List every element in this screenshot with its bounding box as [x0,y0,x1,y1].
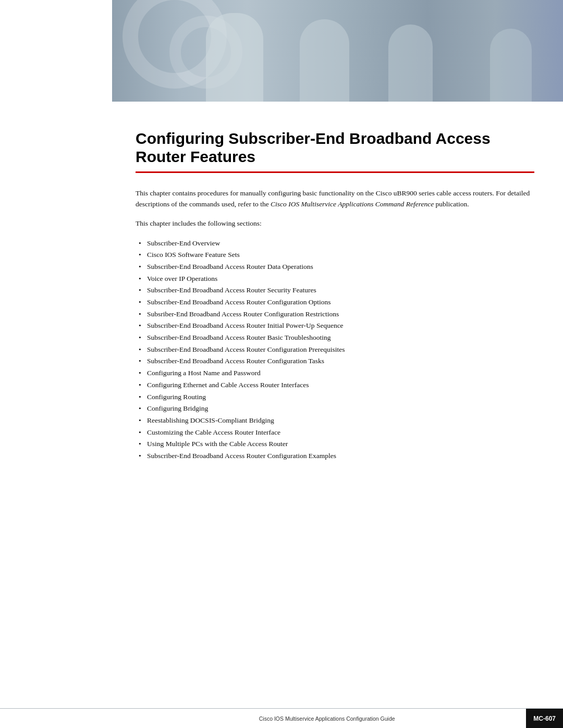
bullet-item: Subscriber-End Overview [136,238,534,250]
chapter-title-line2: Router Features [136,148,255,165]
bullet-item: Subscriber-End Broadband Access Router D… [136,261,534,273]
bullet-item: Subsriber-End Broadband Access Router Co… [136,309,534,320]
bullet-item: Configuring Bridging [136,403,534,415]
page: Configuring Subscriber-End Broadband Acc… [0,0,563,728]
sidebar [0,102,112,728]
bullet-item: Subscriber-End Broadband Access Router B… [136,332,534,344]
bullet-item: Subscriber-End Broadband Access Router C… [136,297,534,309]
bullet-item: Configuring a Host Name and Password [136,367,534,379]
footer-guide-name: Cisco IOS Multiservice Applications Conf… [112,715,526,722]
bullet-item: Subscriber-End Broadband Access Router C… [136,344,534,356]
bullet-item: Subscriber-End Broadband Access Router S… [136,285,534,297]
decorative-figure-4 [490,29,532,102]
sections-intro: This chapter includes the following sect… [136,218,534,229]
decorative-figure-1 [206,13,263,102]
intro-paragraph: This chapter contains procedures for man… [136,188,534,210]
bullet-item: Subscriber-End Broadband Access Router I… [136,320,534,332]
chapter-title: Configuring Subscriber-End Broadband Acc… [136,129,534,166]
bullet-item: Using Multiple PCs with the Cable Access… [136,438,534,450]
decorative-figure-3 [388,24,433,102]
bullet-item: Cisco IOS Software Feature Sets [136,249,534,261]
footer-page-number: MC-607 [526,709,563,729]
bullet-item: Reestablishing DOCSIS-Compliant Bridging [136,415,534,427]
header-left-blank [0,0,112,102]
bullet-item: Subscriber-End Broadband Access Router C… [136,355,534,367]
bullet-list: Subscriber-End OverviewCisco IOS Softwar… [136,238,534,462]
decorative-figure-2 [300,19,349,102]
chapter-title-line1: Configuring Subscriber-End Broadband Acc… [136,130,491,147]
bullet-item: Configuring Routing [136,391,534,403]
page-footer: Cisco IOS Multiservice Applications Conf… [0,708,563,728]
bullet-item: Voice over IP Operations [136,273,534,285]
title-rule [136,171,534,173]
body-section: Configuring Subscriber-End Broadband Acc… [0,102,563,728]
header-image [112,0,563,102]
intro-italic: Cisco IOS Multiservice Applications Comm… [271,200,434,208]
header-section [0,0,563,102]
footer-right-area: Cisco IOS Multiservice Applications Conf… [112,708,563,728]
footer-left-space [0,708,112,728]
bullet-item: Configuring Ethernet and Cable Access Ro… [136,379,534,391]
main-content: Configuring Subscriber-End Broadband Acc… [112,102,563,728]
bullet-item: Customizing the Cable Access Router Inte… [136,427,534,439]
bullet-item: Subscriber-End Broadband Access Router C… [136,450,534,462]
